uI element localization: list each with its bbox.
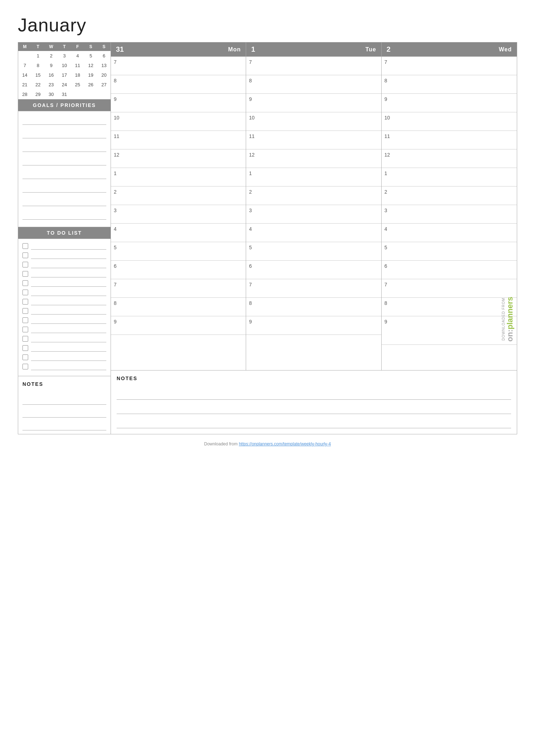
hour-row-3-8pm[interactable]: 8 bbox=[382, 298, 517, 316]
day-col-3: 2 Wed 7 8 9 10 11 12 1 2 3 4 5 6 7 8 9 bbox=[382, 42, 517, 370]
hour-row-2-12[interactable]: 12 bbox=[246, 149, 381, 168]
hour-row-3-8[interactable]: 8 bbox=[382, 75, 517, 94]
hour-row-1-11[interactable]: 11 bbox=[111, 131, 246, 149]
todo-line-2[interactable] bbox=[31, 252, 106, 259]
hour-row-1-2[interactable]: 2 bbox=[111, 187, 246, 205]
todo-section bbox=[18, 239, 111, 376]
hour-row-1-7[interactable]: 7 bbox=[111, 57, 246, 75]
footer-link[interactable]: https://onplanners.com/template/weekly-h… bbox=[239, 441, 331, 446]
hour-row-2-7[interactable]: 7 bbox=[246, 57, 381, 75]
footer-text: Downloaded from bbox=[204, 441, 239, 446]
todo-checkbox-9[interactable] bbox=[22, 317, 28, 323]
hour-row-1-5[interactable]: 5 bbox=[111, 242, 246, 261]
hour-row-2-5[interactable]: 5 bbox=[246, 242, 381, 261]
todo-line-3[interactable] bbox=[31, 261, 106, 268]
todo-line-5[interactable] bbox=[31, 280, 106, 287]
hour-row-3-4[interactable]: 4 bbox=[382, 224, 517, 242]
todo-checkbox-2[interactable] bbox=[22, 252, 28, 258]
hour-row-1-10[interactable]: 10 bbox=[111, 112, 246, 131]
hour-row-2-4[interactable]: 4 bbox=[246, 224, 381, 242]
goal-line-3[interactable] bbox=[22, 142, 106, 152]
todo-checkbox-14[interactable] bbox=[22, 364, 28, 369]
todo-checkbox-6[interactable] bbox=[22, 290, 28, 295]
sidebar-note-line-2[interactable] bbox=[22, 405, 106, 418]
todo-line-11[interactable] bbox=[31, 335, 106, 342]
hour-row-1-7pm[interactable]: 7 bbox=[111, 279, 246, 298]
hour-row-2-8[interactable]: 8 bbox=[246, 75, 381, 94]
todo-line-8[interactable] bbox=[31, 307, 106, 315]
goal-line-7[interactable] bbox=[22, 196, 106, 206]
todo-checkbox-1[interactable] bbox=[22, 243, 28, 249]
hour-row-1-12[interactable]: 12 bbox=[111, 149, 246, 168]
todo-line-9[interactable] bbox=[31, 317, 106, 324]
goals-section bbox=[18, 111, 111, 227]
hour-row-3-3[interactable]: 3 bbox=[382, 205, 517, 224]
goal-line-2[interactable] bbox=[22, 128, 106, 138]
todo-line-14[interactable] bbox=[31, 363, 106, 370]
hour-row-2-9[interactable]: 9 bbox=[246, 94, 381, 112]
todo-line-10[interactable] bbox=[31, 326, 106, 333]
hour-row-2-8pm[interactable]: 8 bbox=[246, 298, 381, 316]
hour-label-2-12: 12 bbox=[249, 152, 257, 158]
hour-row-1-9[interactable]: 9 bbox=[111, 94, 246, 112]
hour-row-2-6[interactable]: 6 bbox=[246, 261, 381, 279]
hour-row-2-1[interactable]: 1 bbox=[246, 168, 381, 187]
goal-line-5[interactable] bbox=[22, 169, 106, 179]
hour-row-2-11[interactable]: 11 bbox=[246, 131, 381, 149]
hour-row-1-8pm[interactable]: 8 bbox=[111, 298, 246, 316]
todo-line-13[interactable] bbox=[31, 354, 106, 361]
goal-line-1[interactable] bbox=[22, 115, 106, 125]
hour-label-2-4: 4 bbox=[249, 226, 257, 232]
goal-line-4[interactable] bbox=[22, 155, 106, 165]
hour-row-2-10[interactable]: 10 bbox=[246, 112, 381, 131]
hour-row-1-4[interactable]: 4 bbox=[111, 224, 246, 242]
todo-checkbox-13[interactable] bbox=[22, 354, 28, 360]
hour-row-3-12[interactable]: 12 bbox=[382, 149, 517, 168]
sidebar-note-line-3[interactable] bbox=[22, 418, 106, 430]
cal-day-11: 11 bbox=[71, 61, 84, 70]
hour-row-3-11[interactable]: 11 bbox=[382, 131, 517, 149]
hour-row-3-7pm[interactable]: 7 bbox=[382, 279, 517, 298]
hour-row-2-9pm[interactable]: 9 bbox=[246, 316, 381, 335]
hour-row-1-1[interactable]: 1 bbox=[111, 168, 246, 187]
bottom-note-line-2[interactable] bbox=[117, 400, 511, 414]
todo-checkbox-4[interactable] bbox=[22, 271, 28, 277]
hour-row-1-9pm[interactable]: 9 bbox=[111, 316, 246, 335]
bottom-note-line-3[interactable] bbox=[117, 414, 511, 428]
brand-on: on: bbox=[505, 330, 514, 342]
hour-row-3-9pm[interactable]: 9 DOWNLOADED FROM on:planners bbox=[382, 316, 517, 345]
todo-line-1[interactable] bbox=[31, 242, 106, 250]
hour-row-1-8[interactable]: 8 bbox=[111, 75, 246, 94]
sidebar: M T W T F S S 1 2 3 4 5 6 7 8 9 10 11 bbox=[18, 42, 111, 434]
todo-checkbox-3[interactable] bbox=[22, 262, 28, 267]
hour-row-3-1[interactable]: 1 bbox=[382, 168, 517, 187]
hour-label-2-3: 3 bbox=[249, 207, 257, 213]
hour-row-3-6[interactable]: 6 bbox=[382, 261, 517, 279]
hour-row-1-3[interactable]: 3 bbox=[111, 205, 246, 224]
hour-row-2-7pm[interactable]: 7 bbox=[246, 279, 381, 298]
sidebar-note-line-1[interactable] bbox=[22, 392, 106, 405]
bottom-note-line-1[interactable] bbox=[117, 385, 511, 400]
todo-checkbox-5[interactable] bbox=[22, 280, 28, 286]
hour-row-3-9[interactable]: 9 bbox=[382, 94, 517, 112]
todo-checkbox-8[interactable] bbox=[22, 308, 28, 314]
hour-row-2-3[interactable]: 3 bbox=[246, 205, 381, 224]
goal-line-8[interactable] bbox=[22, 210, 106, 220]
hour-label-3-11: 11 bbox=[384, 133, 392, 139]
hour-row-3-5[interactable]: 5 bbox=[382, 242, 517, 261]
todo-line-4[interactable] bbox=[31, 270, 106, 277]
todo-checkbox-10[interactable] bbox=[22, 327, 28, 332]
hour-row-1-6[interactable]: 6 bbox=[111, 261, 246, 279]
hour-row-2-2[interactable]: 2 bbox=[246, 187, 381, 205]
hour-row-3-2[interactable]: 2 bbox=[382, 187, 517, 205]
cal-day-30: 30 bbox=[45, 90, 58, 99]
todo-checkbox-11[interactable] bbox=[22, 336, 28, 342]
hour-row-3-7[interactable]: 7 bbox=[382, 57, 517, 75]
todo-checkbox-12[interactable] bbox=[22, 345, 28, 351]
todo-checkbox-7[interactable] bbox=[22, 299, 28, 305]
hour-row-3-10[interactable]: 10 bbox=[382, 112, 517, 131]
goal-line-6[interactable] bbox=[22, 183, 106, 193]
todo-line-12[interactable] bbox=[31, 344, 106, 352]
todo-line-6[interactable] bbox=[31, 289, 106, 296]
todo-line-7[interactable] bbox=[31, 298, 106, 305]
